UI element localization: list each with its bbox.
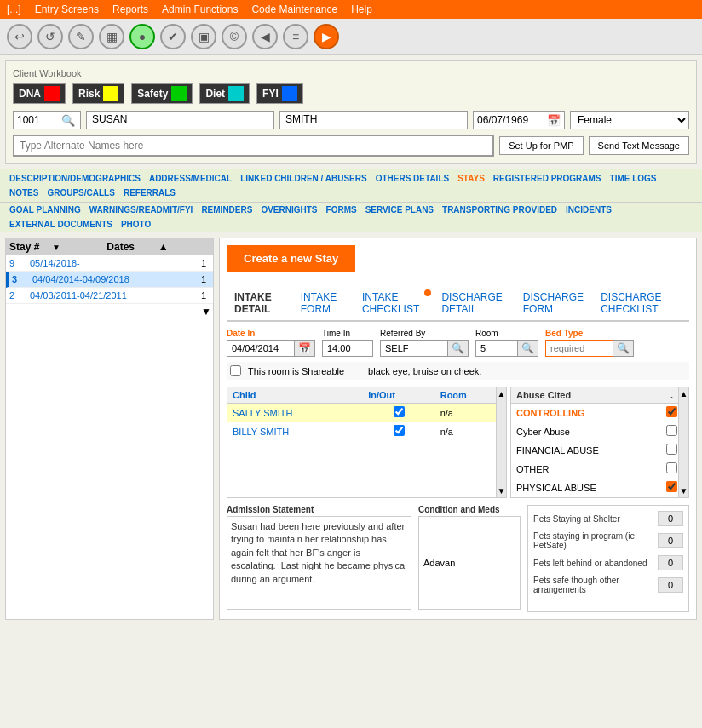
calendar-icon[interactable]: 📅 [547,114,561,127]
create-stay-button[interactable]: Create a new Stay [227,245,355,272]
tab-address[interactable]: ADDRESS/MEDICAL [147,173,234,184]
last-name-input[interactable] [285,113,462,125]
tab-linked-children[interactable]: LINKED CHILDREN / ABUSERS [238,173,370,184]
back-button[interactable]: ↩ [7,24,32,49]
tab-stays[interactable]: STAYS [455,173,487,184]
conditions-input[interactable] [418,516,521,610]
bed-type-input[interactable] [545,340,613,357]
tab-warnings[interactable]: WARNINGS/READMIT/FYI [87,204,196,215]
pmp-button[interactable]: Set Up for PMP [499,136,583,155]
copy-button[interactable]: © [222,24,247,49]
child-row-billy[interactable]: BILLY SMITH n/a [227,422,506,441]
tab-time-logs[interactable]: TIME LOGS [607,173,659,184]
room-search-icon[interactable]: 🔍 [518,340,538,357]
stays-scroll-down[interactable]: ▼ [6,304,213,319]
tab-groups[interactable]: GROUPS/CALLS [44,187,117,198]
risk-badge[interactable]: Risk [72,83,124,104]
tab-intake-detail[interactable]: INTAKE DETAIL [227,287,293,320]
tab-photo[interactable]: PHOTO [118,219,153,230]
scroll-down-icon[interactable]: ▼ [201,306,211,318]
abuse-scroll-up[interactable]: ▲ [680,389,688,398]
edit-button[interactable]: ✎ [68,24,94,49]
safety-badge[interactable]: Safety [131,83,193,104]
tab-reminders[interactable]: REMINDERS [199,204,255,215]
room-input[interactable] [475,340,518,357]
admission-textarea[interactable]: Susan had been here previously and after… [227,516,411,610]
children-scrollbar[interactable]: ▲ ▼ [496,387,506,497]
prev-button[interactable]: ◀ [252,24,278,49]
children-scroll-up[interactable]: ▲ [498,389,506,398]
tab-description[interactable]: DESCRIPTION/DEMOGRAPHICS [7,173,143,184]
tab-notes[interactable]: NOTES [7,187,41,198]
tab-discharge-form[interactable]: DISCHARGE FORM [515,287,593,320]
stay-row-3[interactable]: 3 04/04/2014-04/09/2018 1 [6,272,213,288]
grid-button[interactable]: ▦ [99,24,124,49]
first-name-field[interactable] [86,111,274,129]
referred-by-field[interactable]: 🔍 [380,340,469,357]
tab-registered[interactable]: REGISTERED PROGRAMS [491,173,604,184]
stay-id-9[interactable]: 9 [9,258,26,268]
child-row-sally[interactable]: SALLY SMITH n/a [227,404,506,423]
date-in-input[interactable] [227,340,295,357]
stay-row-9[interactable]: 9 05/14/2018- 1 [6,255,213,272]
time-in-input[interactable] [322,340,373,357]
tab-transport[interactable]: TRANSPORTING PROVIDED [440,204,560,215]
tab-goal-planning[interactable]: GOAL PLANNING [7,204,83,215]
fyi-badge[interactable]: FYI [256,83,303,104]
active-button[interactable]: ● [129,24,155,49]
tab-intake-checklist[interactable]: INTAKE CHECKLIST [354,287,434,320]
client-id-field[interactable]: 🔍 [13,111,81,129]
stay-dates-9[interactable]: 05/14/2018- [30,258,201,268]
date-in-field[interactable]: 📅 [227,340,315,357]
next-button[interactable]: ▶ [314,24,339,49]
text-message-button[interactable]: Send Text Message [589,136,689,155]
last-name-field[interactable] [279,111,468,129]
check-button[interactable]: ✔ [160,24,186,49]
tab-external-docs[interactable]: EXTERNAL DOCUMENTS [7,219,115,230]
menu-code-maintenance[interactable]: Code Maintenance [251,3,337,15]
gender-select[interactable]: Female Male Other [570,111,689,129]
tab-forms[interactable]: FORMS [324,204,360,215]
tab-discharge-detail[interactable]: DISCHARGE DETAIL [434,287,515,320]
dob-input[interactable] [477,114,545,126]
tab-others[interactable]: OTHERS DETAILS [373,173,452,184]
menu-entry-screens[interactable]: Entry Screens [35,3,99,15]
dna-badge[interactable]: DNA [13,83,66,104]
stay-id-3[interactable]: 3 [12,274,29,284]
abuse-scroll-down[interactable]: ▼ [680,486,688,496]
alt-name-input[interactable] [14,135,493,156]
stay-dates-3[interactable]: 04/04/2014-04/09/2018 [32,274,201,284]
tab-referrals[interactable]: REFERRALS [121,187,178,198]
refresh-button[interactable]: ↺ [37,24,63,49]
shareable-checkbox[interactable] [230,365,241,376]
referred-by-search-icon[interactable]: 🔍 [448,340,469,357]
date-in-calendar-icon[interactable]: 📅 [295,340,315,357]
stay-id-2[interactable]: 2 [9,290,26,301]
client-id-input[interactable] [17,114,60,126]
tab-service-plans[interactable]: SERVICE PLANS [363,204,436,215]
tab-intake-form[interactable]: INTAKE FORM [293,287,354,320]
dob-field[interactable]: 📅 [473,111,565,129]
first-name-input[interactable] [92,113,268,125]
bed-type-search-icon[interactable]: 🔍 [613,340,634,357]
tab-overnights[interactable]: OVERNIGHTS [258,204,319,215]
list-button[interactable]: ≡ [283,24,308,49]
box-button[interactable]: ▣ [191,24,216,49]
gender-field[interactable]: Female Male Other [570,111,689,129]
bracket-label[interactable]: [...] [7,3,21,15]
search-icon[interactable]: 🔍 [61,114,75,127]
scroll-up-btn[interactable]: ▲ [158,241,210,253]
children-scroll-down[interactable]: ▼ [498,486,506,496]
stay-row-2[interactable]: 2 04/03/2011-04/21/2011 1 [6,288,213,304]
menu-admin-functions[interactable]: Admin Functions [162,3,238,15]
room-field[interactable]: 🔍 [475,340,538,357]
child-inout-billy[interactable] [363,422,434,441]
child-inout-sally[interactable] [363,404,434,423]
referred-by-input[interactable] [380,340,448,357]
child-name-billy[interactable]: BILLY SMITH [227,422,363,441]
menu-reports[interactable]: Reports [112,3,148,15]
child-name-sally[interactable]: SALLY SMITH [227,404,363,423]
diet-badge[interactable]: Diet [199,83,250,104]
menu-help[interactable]: Help [351,3,372,15]
stay-dates-2[interactable]: 04/03/2011-04/21/2011 [30,290,201,301]
